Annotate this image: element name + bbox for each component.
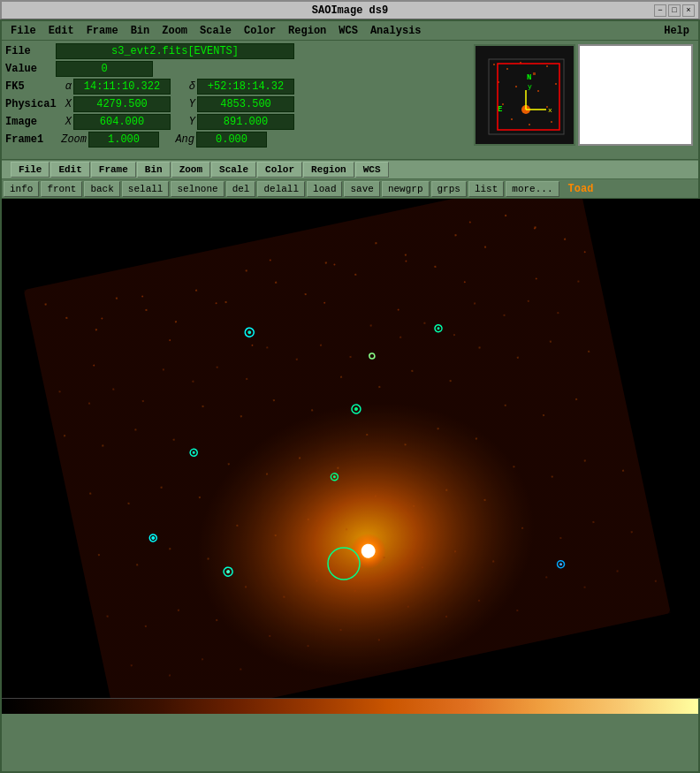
astronomical-image <box>2 199 700 698</box>
menu-wcs[interactable]: WCS <box>333 23 363 39</box>
region-list-button[interactable]: list <box>468 181 504 197</box>
svg-rect-95 <box>378 386 380 388</box>
toolbar-color[interactable]: Color <box>257 162 302 178</box>
svg-rect-47 <box>116 297 118 299</box>
svg-rect-97 <box>449 380 451 382</box>
maximize-button[interactable]: □ <box>668 4 681 17</box>
svg-rect-152 <box>240 668 241 670</box>
region-grps-button[interactable]: grps <box>431 181 467 197</box>
svg-rect-81 <box>474 302 476 304</box>
svg-rect-58 <box>405 254 407 255</box>
svg-rect-159 <box>478 600 480 602</box>
svg-rect-106 <box>228 463 230 465</box>
svg-rect-5 <box>533 72 536 75</box>
menu-edit[interactable]: Edit <box>43 23 80 39</box>
toolbar-frame[interactable]: Frame <box>91 162 136 178</box>
svg-rect-130 <box>552 475 553 477</box>
svg-rect-149 <box>131 664 133 666</box>
svg-rect-50 <box>195 289 197 291</box>
title-bar: SAOImage ds9 − □ × <box>0 0 700 19</box>
region-info-button[interactable]: info <box>4 181 39 197</box>
menu-bin[interactable]: Bin <box>126 23 156 39</box>
toolbar-edit[interactable]: Edit <box>50 162 89 178</box>
window-title: SAOImage ds9 <box>312 4 388 17</box>
svg-rect-52 <box>246 269 247 271</box>
svg-rect-112 <box>437 428 438 429</box>
svg-rect-89 <box>172 438 174 440</box>
svg-rect-144 <box>492 560 494 562</box>
svg-rect-16 <box>551 121 552 123</box>
svg-rect-115 <box>543 414 544 416</box>
svg-rect-74 <box>296 359 298 360</box>
region-front-button[interactable]: front <box>41 181 82 197</box>
toolbar-bin[interactable]: Bin <box>137 162 171 178</box>
menu-file[interactable]: File <box>5 23 42 39</box>
svg-rect-137 <box>245 586 247 587</box>
toolbar-region[interactable]: Region <box>303 162 354 178</box>
svg-rect-79 <box>423 322 425 324</box>
svg-rect-111 <box>404 443 406 445</box>
region-load-button[interactable]: load <box>307 181 342 197</box>
toolbar-file[interactable]: File <box>11 162 49 178</box>
svg-rect-93 <box>311 409 313 411</box>
svg-rect-14 <box>511 118 513 120</box>
toolbar-zoom[interactable]: Zoom <box>171 162 210 178</box>
menu-zoom[interactable]: Zoom <box>156 23 193 39</box>
close-button[interactable]: × <box>682 4 695 17</box>
svg-rect-131 <box>584 459 586 461</box>
region-selall-button[interactable]: selall <box>122 181 170 197</box>
svg-rect-154 <box>307 645 308 647</box>
physical-x-value: 4279.500 <box>73 96 171 112</box>
svg-rect-53 <box>275 282 277 284</box>
region-newgrp-button[interactable]: newgrp <box>382 181 430 197</box>
svg-rect-135 <box>178 610 179 611</box>
svg-rect-146 <box>559 537 561 539</box>
delta-symbol: δ <box>179 80 195 93</box>
region-selnone-button[interactable]: selnone <box>171 181 224 197</box>
svg-rect-121 <box>236 525 238 527</box>
minimize-button[interactable]: − <box>654 4 666 17</box>
svg-rect-125 <box>375 495 377 496</box>
region-back-button[interactable]: back <box>84 181 119 197</box>
region-delall-button[interactable]: delall <box>257 181 305 197</box>
svg-text:x: x <box>548 106 552 114</box>
window-controls[interactable]: − □ × <box>654 4 695 17</box>
svg-rect-71 <box>216 366 217 368</box>
svg-rect-51 <box>224 301 226 303</box>
svg-rect-151 <box>202 658 203 660</box>
image-area[interactable] <box>2 199 700 698</box>
thumbnail-area: x y N E <box>474 44 693 146</box>
svg-rect-139 <box>316 580 317 581</box>
svg-rect-107 <box>266 473 268 474</box>
svg-rect-123 <box>308 519 309 520</box>
menu-frame[interactable]: Frame <box>81 23 124 39</box>
menu-region[interactable]: Region <box>283 23 331 39</box>
region-more-button[interactable]: more... <box>506 181 559 197</box>
svg-rect-164 <box>655 580 657 582</box>
region-del-button[interactable]: del <box>226 181 256 197</box>
svg-rect-78 <box>399 337 401 338</box>
svg-rect-49 <box>175 321 177 322</box>
region-save-button[interactable]: save <box>344 181 379 197</box>
value-value: 0 <box>56 61 153 77</box>
svg-rect-150 <box>169 674 171 676</box>
svg-rect-56 <box>354 274 356 276</box>
menu-analysis[interactable]: Analysis <box>365 23 427 39</box>
svg-rect-126 <box>413 505 415 507</box>
menu-scale[interactable]: Scale <box>194 23 237 39</box>
alpha-symbol: α <box>56 80 72 93</box>
svg-rect-90 <box>202 405 203 407</box>
svg-rect-148 <box>631 531 633 533</box>
svg-rect-161 <box>545 576 547 578</box>
toolbar-scale[interactable]: Scale <box>211 162 256 178</box>
toolbar-wcs[interactable]: WCS <box>355 162 389 178</box>
svg-rect-124 <box>346 528 347 530</box>
menu-help[interactable]: Help <box>658 23 695 39</box>
svg-rect-94 <box>340 376 342 378</box>
svg-rect-143 <box>454 550 456 552</box>
svg-rect-117 <box>98 554 100 556</box>
ang-value: 0.000 <box>196 132 267 148</box>
svg-rect-101 <box>588 351 590 352</box>
menu-color[interactable]: Color <box>239 23 281 39</box>
value-label: Value <box>5 63 54 75</box>
